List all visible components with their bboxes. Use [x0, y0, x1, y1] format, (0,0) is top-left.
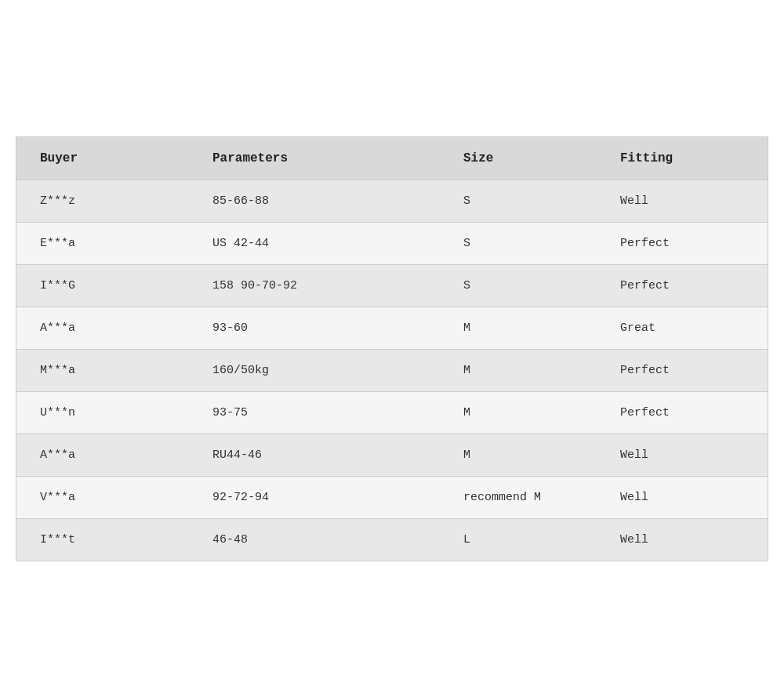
header-cell-fitting: Fitting: [597, 151, 769, 165]
header-cell-buyer: Buyer: [16, 151, 189, 165]
table-body: Z***z85-66-88SWellE***aUS 42-44SPerfectI…: [16, 180, 768, 561]
table-row: M***a160/50kgMPerfect: [16, 350, 768, 392]
header-cell-size: Size: [440, 151, 597, 165]
cell-fitting: Well: [597, 533, 769, 546]
cell-size: recommend M: [440, 491, 597, 504]
cell-buyer: M***a: [16, 364, 189, 377]
cell-fitting: Perfect: [597, 237, 769, 250]
cell-size: M: [440, 406, 597, 419]
table-row: I***G158 90-70-92SPerfect: [16, 265, 768, 307]
table-header: BuyerParametersSizeFitting: [16, 137, 768, 180]
cell-size: M: [440, 321, 597, 335]
cell-buyer: A***a: [16, 448, 189, 462]
cell-fitting: Well: [597, 491, 769, 504]
cell-parameters: RU44-46: [189, 448, 440, 462]
cell-fitting: Perfect: [597, 364, 769, 377]
cell-fitting: Well: [597, 194, 769, 208]
cell-buyer: I***t: [16, 533, 189, 546]
table-row: I***t46-48LWell: [16, 519, 768, 561]
table-row: Z***z85-66-88SWell: [16, 180, 768, 223]
cell-fitting: Perfect: [597, 406, 769, 419]
cell-size: S: [440, 279, 597, 292]
cell-size: M: [440, 364, 597, 377]
table-row: A***a93-60MGreat: [16, 307, 768, 350]
cell-size: M: [440, 448, 597, 462]
cell-buyer: U***n: [16, 406, 189, 419]
cell-size: S: [440, 194, 597, 208]
cell-buyer: I***G: [16, 279, 189, 292]
cell-parameters: 160/50kg: [189, 364, 440, 377]
table-row: U***n93-75MPerfect: [16, 392, 768, 434]
cell-parameters: 85-66-88: [189, 194, 440, 208]
table-row: A***aRU44-46MWell: [16, 434, 768, 477]
header-cell-parameters: Parameters: [189, 151, 440, 165]
cell-buyer: E***a: [16, 237, 189, 250]
cell-buyer: A***a: [16, 321, 189, 335]
review-table: BuyerParametersSizeFitting Z***z85-66-88…: [16, 136, 768, 561]
cell-buyer: V***a: [16, 491, 189, 504]
cell-parameters: 92-72-94: [189, 491, 440, 504]
cell-fitting: Perfect: [597, 279, 769, 292]
cell-parameters: 93-60: [189, 321, 440, 335]
cell-size: L: [440, 533, 597, 546]
table-row: E***aUS 42-44SPerfect: [16, 223, 768, 265]
cell-parameters: 46-48: [189, 533, 440, 546]
cell-parameters: 93-75: [189, 406, 440, 419]
cell-fitting: Great: [597, 321, 769, 335]
cell-fitting: Well: [597, 448, 769, 462]
cell-buyer: Z***z: [16, 194, 189, 208]
cell-parameters: 158 90-70-92: [189, 279, 440, 292]
cell-size: S: [440, 237, 597, 250]
table-row: V***a92-72-94recommend MWell: [16, 477, 768, 519]
cell-parameters: US 42-44: [189, 237, 440, 250]
